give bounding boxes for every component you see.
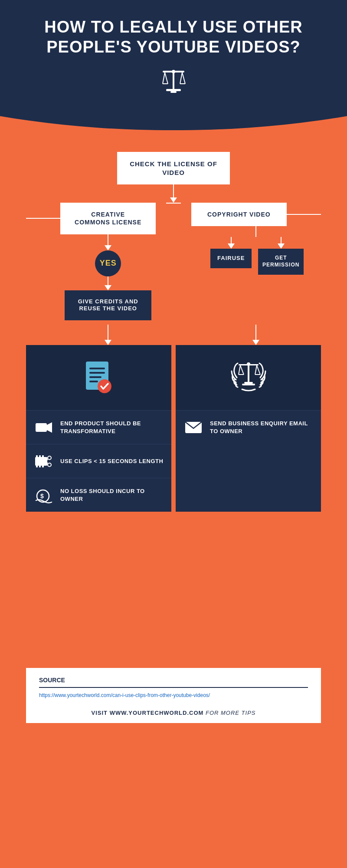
cc-license-box: CREATIVE COMMONS LICENSE [60,203,156,234]
check-license-box: CHECK THE LICENSE OF VIDEO [117,152,230,184]
panel-left: END PRODUCT SHOULD BE TRANSFORMATIVE [26,345,171,512]
footer-url: WWW.YOURTECHWORLD.COM [110,710,204,716]
svg-rect-12 [89,368,105,369]
svg-rect-23 [36,465,38,467]
svg-rect-22 [42,455,44,458]
connector-v2 [108,234,108,245]
svg-rect-24 [39,465,41,467]
svg-line-39 [257,365,260,375]
no-loss-item: $ NO LOSS SHOULD INCUR TO OWNER [26,478,171,512]
envelope-icon [183,418,203,437]
svg-rect-41 [244,382,253,384]
svg-rect-1 [166,89,181,91]
connector-v4 [255,226,256,237]
svg-line-36 [240,365,244,375]
footer-visit: VISIT [91,710,108,716]
svg-line-34 [239,365,240,375]
svg-rect-0 [173,71,174,89]
svg-rect-2 [170,91,177,93]
svg-line-6 [165,72,168,84]
svg-line-4 [163,72,165,84]
fairuse-col: FAIRUSE [208,237,254,268]
no-loss-text: NO LOSS SHOULD INCUR TO OWNER [60,487,164,503]
center-connector [166,203,181,204]
get-permission-col: GET PERMISSION [258,237,304,274]
send-email-item: SEND BUSINESS ENQUIRY EMAIL TO OWNER [176,410,321,444]
panel-right-icon-area [176,345,321,410]
fairuse-box: FAIRUSE [210,249,252,268]
svg-rect-14 [89,376,101,378]
right-sub-split: FAIRUSE GET PERMISSION [208,237,304,274]
svg-text:$: $ [40,493,44,500]
footer: VISIT WWW.YOURTECHWORLD.COM FOR MORE TIP… [26,703,321,723]
source-url[interactable]: https://www.yourtechworld.com/can-i-use-… [39,692,308,698]
svg-point-26 [48,456,51,460]
svg-point-10 [172,70,175,73]
svg-marker-18 [47,422,52,433]
main-content: CHECK THE LICENSE OF VIDEO CREATIVE COMM… [0,130,347,740]
clips-text: USE CLIPS < 15 SECONDS LENGTH [60,457,163,465]
svg-rect-19 [35,457,47,466]
source-label: SOURCE [39,677,308,688]
footer-tip: FOR MORE TIPS [206,710,256,716]
dollar-coin-icon: $ [34,485,53,505]
svg-point-16 [98,379,111,393]
give-credits-box: GIVE CREDITS AND REUSE THE VIDEO [65,290,151,321]
svg-rect-21 [39,455,41,458]
panel-left-icon-area [26,345,171,410]
justice-scales-wreath-icon [229,358,268,397]
svg-point-27 [48,463,51,467]
svg-rect-25 [42,465,44,467]
copyright-box: COPYRIGHT VIDEO [191,203,287,226]
right-branch: COPYRIGHT VIDEO FAIRUSE [191,203,321,274]
page-title: HOW TO LEGALLY USE OTHER PEOPLE'S YOUTUB… [26,17,321,57]
connector-v1 [173,184,174,197]
source-section: SOURCE https://www.yourtechworld.com/can… [26,668,321,703]
panel-right: SEND BUSINESS ENQUIRY EMAIL TO OWNER [176,345,321,512]
send-email-text: SEND BUSINESS ENQUIRY EMAIL TO OWNER [210,420,313,435]
connector-v3 [108,276,108,285]
arrow1 [170,197,177,203]
bottom-panels: END PRODUCT SHOULD BE TRANSFORMATIVE [26,345,321,512]
step1-container: CHECK THE LICENSE OF VIDEO [26,152,321,203]
svg-rect-15 [89,381,98,382]
header-scales-icon [26,67,321,95]
arrow2 [105,245,111,250]
h-connector-right [287,214,321,215]
arrow3 [105,285,111,290]
page-header: HOW TO LEGALLY USE OTHER PEOPLE'S YOUTUB… [0,0,347,130]
branch-row: CREATIVE COMMONS LICENSE YES GIVE CRED [26,203,321,320]
transformative-item: END PRODUCT SHOULD BE TRANSFORMATIVE [26,410,171,444]
left-branch: CREATIVE COMMONS LICENSE YES GIVE CRED [26,203,156,320]
svg-line-9 [182,72,185,84]
h-connector-left [26,218,60,219]
video-camera-icon [34,418,53,437]
svg-rect-32 [248,365,249,383]
transformative-text: END PRODUCT SHOULD BE TRANSFORMATIVE [60,420,164,435]
document-check-icon [79,358,118,397]
svg-rect-42 [242,384,255,385]
film-clip-icon [34,451,53,471]
clips-item: USE CLIPS < 15 SECONDS LENGTH [26,444,171,478]
svg-line-37 [255,365,257,375]
svg-line-7 [180,72,182,84]
svg-rect-20 [36,455,38,458]
svg-rect-17 [36,423,47,432]
svg-rect-13 [89,372,105,374]
yes-circle: YES [95,250,121,276]
get-permission-box: GET PERMISSION [258,249,304,274]
svg-point-40 [247,362,250,366]
h-center-line [166,203,181,204]
lower-connectors [26,325,321,345]
